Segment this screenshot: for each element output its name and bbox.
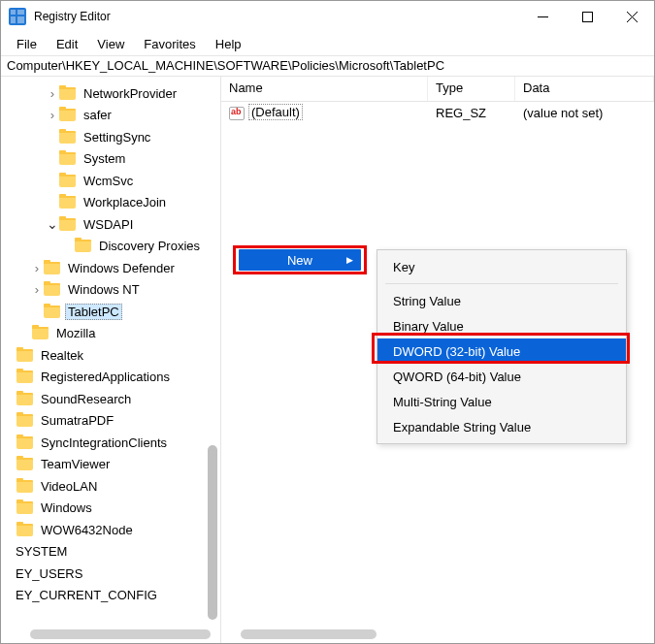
column-data[interactable]: Data [515, 77, 654, 101]
folder-icon [44, 306, 60, 318]
tree-item-windows-nt[interactable]: ›Windows NT [3, 279, 220, 302]
folder-icon [16, 393, 33, 405]
folder-icon [59, 196, 76, 209]
tree-item-label: Discovery Proxies [96, 238, 203, 254]
folder-icon [16, 501, 33, 514]
tree-item-ey-current-config[interactable]: ›EY_CURRENT_CONFIG [1, 585, 220, 607]
tree-item-registeredapplications[interactable]: ›RegisteredApplications [3, 367, 220, 389]
context-new-item[interactable]: New ▶ [239, 249, 361, 271]
tree-item-label: SYSTEM [13, 543, 70, 560]
tree-vertical-scrollbar[interactable] [208, 445, 217, 620]
menu-edit[interactable]: Edit [47, 35, 87, 53]
folder-icon [59, 152, 76, 165]
tree-item-label: SoundResearch [38, 391, 134, 407]
tree-item-ey-users[interactable]: ›EY_USERS [1, 563, 220, 585]
annotation-highlight-dword [372, 333, 630, 364]
folder-icon [16, 480, 33, 493]
menu-file[interactable]: File [7, 35, 47, 53]
regedit-icon [9, 8, 26, 25]
tree-item-system[interactable]: ›SYSTEM [1, 541, 220, 564]
list-header: Name Type Data [221, 77, 654, 102]
submenu-item-multi-string-value[interactable]: Multi-String Value [377, 389, 626, 414]
window-title: Registry Editor [34, 10, 520, 23]
tree-item-wsdapi[interactable]: ⌄WSDAPI [3, 213, 220, 236]
column-type[interactable]: Type [428, 77, 515, 101]
menu-help[interactable]: Help [206, 35, 251, 53]
folder-icon [32, 327, 49, 339]
tree-horizontal-scrollbar[interactable] [30, 629, 211, 639]
content: ›NetworkProvider›safer›SettingSync›Syste… [1, 77, 654, 643]
titlebar: Registry Editor [1, 1, 654, 32]
tree-item-label: EY_USERS [13, 565, 85, 582]
folder-icon [16, 349, 33, 362]
folder-icon [59, 218, 76, 231]
menu-favorites[interactable]: Favorites [134, 35, 205, 53]
context-new-label: New [287, 253, 312, 268]
value-type: REG_SZ [428, 104, 515, 122]
window-controls [520, 1, 654, 32]
folder-icon [16, 524, 33, 536]
folder-icon [59, 87, 76, 100]
tree-item-system[interactable]: ›System [3, 148, 220, 171]
submenu-item-key[interactable]: Key [377, 254, 626, 279]
tree-item-label: WorkplaceJoin [81, 194, 169, 210]
tree-item-mozilla[interactable]: ›Mozilla [3, 323, 220, 345]
address-bar[interactable]: Computer\HKEY_LOCAL_MACHINE\SOFTWARE\Pol… [1, 55, 654, 77]
close-button[interactable] [609, 1, 654, 32]
tree-item-label: Windows Defender [65, 260, 178, 276]
tree-item-wcmsvc[interactable]: ›WcmSvc [3, 170, 220, 192]
tree-item-label: VideoLAN [38, 478, 100, 495]
chevron-right-icon[interactable]: › [30, 282, 44, 297]
tree-item-label: WSDAPI [81, 216, 136, 233]
tree-item-wow6432node[interactable]: ›WOW6432Node [3, 519, 220, 541]
tree-item-label: TabletPC [65, 304, 122, 320]
tree-panel: ›NetworkProvider›safer›SettingSync›Syste… [1, 77, 221, 643]
chevron-right-icon[interactable]: › [46, 108, 59, 122]
menu-view[interactable]: View [87, 35, 134, 53]
maximize-button[interactable] [565, 1, 609, 32]
tree-item-settingsync[interactable]: ›SettingSync [3, 126, 220, 148]
tree-item-tabletpc[interactable]: ›TabletPC [3, 301, 220, 323]
chevron-down-icon[interactable]: ⌄ [46, 220, 59, 228]
chevron-right-icon[interactable]: › [30, 261, 44, 275]
list-row[interactable]: (Default) REG_SZ (value not set) [221, 102, 654, 123]
tree-item-networkprovider[interactable]: ›NetworkProvider [3, 82, 220, 105]
tree-item-windows-defender[interactable]: ›Windows Defender [3, 257, 220, 279]
tree-item-sumatrapdf[interactable]: ›SumatraPDF [3, 410, 220, 433]
tree-item-label: EY_CURRENT_CONFIG [13, 587, 160, 603]
folder-icon [44, 262, 60, 274]
svg-rect-1 [582, 12, 592, 21]
submenu-item-string-value[interactable]: String Value [377, 288, 626, 313]
window: Registry Editor File Edit View Favorites… [0, 0, 655, 644]
tree-item-videolan[interactable]: ›VideoLAN [3, 475, 220, 498]
folder-icon [16, 370, 33, 383]
tree-item-safer[interactable]: ›safer [3, 105, 220, 127]
list-horizontal-scrollbar[interactable] [241, 629, 377, 639]
tree-item-label: SyncIntegrationClients [38, 435, 170, 451]
submenu-item-qword-64-bit-value[interactable]: QWORD (64-bit) Value [377, 364, 626, 389]
tree-item-teamviewer[interactable]: ›TeamViewer [3, 454, 220, 476]
folder-icon [59, 109, 76, 121]
tree-item-soundresearch[interactable]: ›SoundResearch [3, 388, 220, 410]
tree-item-label: SettingSync [81, 129, 153, 145]
submenu-arrow-icon: ▶ [346, 255, 353, 265]
tree-item-label: safer [81, 107, 115, 123]
folder-icon [16, 414, 33, 427]
tree-item-realtek[interactable]: ›Realtek [3, 344, 220, 367]
reg-string-icon [229, 107, 245, 120]
tree-item-discovery-proxies[interactable]: ›Discovery Proxies [3, 236, 220, 258]
tree-item-syncintegrationclients[interactable]: ›SyncIntegrationClients [3, 432, 220, 454]
tree-item-label: Mozilla [53, 325, 98, 341]
tree-item-windows[interactable]: ›Windows [3, 498, 220, 520]
submenu-item-expandable-string-value[interactable]: Expandable String Value [377, 414, 626, 439]
tree-item-workplacejoin[interactable]: ›WorkplaceJoin [3, 192, 220, 214]
chevron-right-icon[interactable]: › [46, 86, 59, 101]
tree-item-label: WOW6432Node [38, 522, 136, 538]
tree-item-label: System [81, 150, 128, 167]
column-name[interactable]: Name [221, 77, 428, 101]
tree-item-label: Windows [38, 499, 95, 516]
minimize-button[interactable] [520, 1, 565, 32]
folder-icon [75, 240, 91, 252]
menubar: File Edit View Favorites Help [1, 32, 654, 55]
folder-icon [16, 436, 33, 449]
